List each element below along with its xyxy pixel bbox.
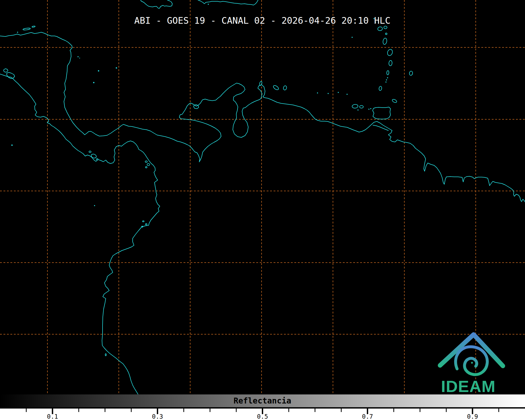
map-canvas: ABI - GOES 19 - CANAL 02 - 2026-04-26 20…	[0, 0, 525, 420]
islet-grenadine-3	[385, 81, 386, 83]
islet-los-roques-1	[317, 92, 318, 93]
islet-dragon-mouth-islet-1	[370, 108, 371, 109]
islet-malpelo-island	[94, 205, 95, 206]
islet-grenadine-1	[387, 77, 388, 78]
islet-coche	[357, 109, 359, 111]
islet-grenadine-2	[386, 79, 387, 80]
islet-miskito-cay-1	[78, 56, 79, 57]
islet-st-croix	[352, 37, 353, 38]
map-background	[0, 0, 525, 394]
islet-serrana-cay	[116, 67, 117, 69]
colorbar-tick-label: 0.7	[362, 413, 373, 420]
colorbar-tick-label: 0.5	[257, 413, 268, 420]
colorbar-tick-label: 0.3	[152, 413, 163, 420]
islet-la-orchila	[347, 94, 348, 95]
islet-utila	[17, 32, 18, 33]
colorbar-bottom-border	[0, 407, 525, 409]
islet-los-roques-2	[328, 93, 329, 94]
satellite-image-viewer: ABI - GOES 19 - CANAL 02 - 2026-04-26 20…	[0, 0, 525, 420]
colorbar-label: Reflectancia	[234, 396, 291, 405]
islet-providencia	[98, 70, 99, 72]
logo-wordmark: IDEAM	[441, 377, 496, 395]
colorbar-tick-label: 0.9	[467, 413, 478, 420]
islet-miskito-cay-2	[79, 58, 80, 59]
islet-la-blanquilla	[338, 92, 339, 93]
islet-beata-islet	[208, 4, 209, 5]
colorbar-tick-label: 0.1	[47, 413, 58, 420]
islet-dragon-mouth-islet-2	[368, 109, 369, 110]
logo-spiral-eye	[471, 362, 473, 364]
islet-cocos-island	[11, 145, 13, 146]
islet-san-andres	[93, 82, 95, 83]
image-title: ABI - GOES 19 - CANAL 02 - 2026-04-26 20…	[134, 15, 390, 26]
